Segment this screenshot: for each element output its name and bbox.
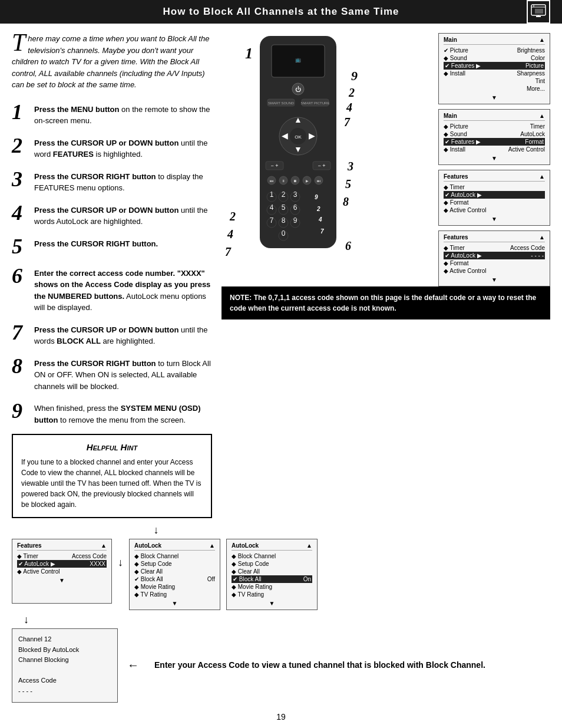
arrow-spacer	[12, 524, 106, 536]
menu-row: ◆ Active Control	[444, 206, 545, 214]
step-number-8: 8	[12, 355, 28, 377]
bottom-screen-autolock-on: AutoLock▲ ◆ Block Channel ◆ Setup Code ◆…	[226, 539, 318, 610]
hint-title: Helpful Hint	[21, 442, 203, 452]
svg-text:⏸: ⏸	[282, 179, 285, 183]
step-2: 2 Press the CURSOR UP or DOWN button unt…	[12, 135, 212, 160]
note-box: NOTE: The 0,7,1,1 access code shown on t…	[222, 286, 550, 319]
blocked-channel-screen: Channel 12 Blocked By AutoLock Channel B…	[12, 628, 118, 703]
page-number: 19	[0, 712, 562, 722]
svg-text:3: 3	[293, 190, 297, 199]
svg-text:2: 2	[316, 206, 320, 212]
menu-row: ◆ TV Rating	[232, 591, 312, 598]
menu-screens-right: Main▲ ✔ PictureBrightness ◆ SoundColor ✔…	[438, 33, 550, 286]
arrow-to-blocked: ↓	[24, 614, 550, 626]
menu-row: ◆ Block Channel	[232, 552, 312, 560]
blocked-line3: Channel Blocking	[18, 655, 111, 666]
step-number-2: 2	[12, 135, 28, 156]
svg-text:⏻: ⏻	[295, 86, 301, 93]
remote-area: 📺 ⏻ SMART SOUND SMART PICTURE ▲ ▼ ◀ ▶	[222, 33, 550, 281]
bottom-screen-xxxx: Features▲ ◆ TimerAccess Code ✔ AutoLock …	[12, 539, 112, 604]
note-text: NOTE: The 0,7,1,1 access code shown on t…	[230, 294, 536, 312]
hint-box: Helpful Hint If you tune to a blocked ch…	[12, 434, 212, 518]
bottom-screens-row: Features▲ ◆ TimerAccess Code ✔ AutoLock …	[12, 539, 550, 610]
svg-text:◀: ◀	[282, 131, 288, 140]
blocked-code: - - - -	[18, 686, 111, 697]
page-header: How to Block All Channels at the Same Ti…	[0, 0, 562, 24]
menu-row-highlighted: ✔ Block AllOn	[232, 575, 312, 583]
step-number-5: 5	[12, 236, 28, 257]
step-text-4: Press the CURSOR UP or DOWN button until…	[34, 202, 212, 228]
intro-text: T here may come a time when you want to …	[12, 33, 212, 91]
menu-screen-4: Features▲ ◆ TimerAccess Code ✔ AutoLock …	[438, 230, 550, 286]
step-indicator-9: 9	[351, 68, 358, 84]
menu-row: ◆ Block Channel	[134, 552, 215, 560]
step-4: 4 Press the CURSOR UP or DOWN button unt…	[12, 202, 212, 228]
left-arrow: ←	[127, 658, 139, 672]
menu-row: ✔ Block AllOff	[134, 575, 215, 583]
bottom-screen-xxxx-title: Features▲	[17, 542, 107, 551]
svg-text:📺: 📺	[295, 57, 301, 62]
step-indicator-4a: 4	[346, 101, 352, 114]
step-7: 7 Press the CURSOR UP or DOWN button unt…	[12, 322, 212, 347]
menu-row: ◆ Movie Rating	[232, 583, 312, 591]
menu-row: ◆ Active Control	[17, 568, 107, 575]
blocked-screen-content: Channel 12 Blocked By AutoLock Channel B…	[17, 632, 113, 699]
arrow-col: ↓	[118, 539, 123, 569]
menu-row: ◆ Setup Code	[232, 560, 312, 568]
menu-row-highlighted: ✔ Features ▶Format	[444, 138, 545, 146]
blocked-line1: Channel 12	[18, 634, 111, 645]
menu-row: ◆ TV Rating	[134, 591, 215, 598]
svg-rect-3	[535, 9, 543, 14]
menu-row: ◆ TimerAccess Code	[444, 244, 545, 252]
svg-text:⏮: ⏮	[270, 179, 273, 183]
step-indicator-5: 5	[345, 177, 351, 191]
svg-text:7: 7	[320, 228, 324, 235]
svg-text:OK: OK	[295, 134, 302, 140]
step-number-4: 4	[12, 202, 28, 223]
menu-row: ◆ SoundColor	[444, 54, 545, 62]
step-indicator-2a: 2	[349, 86, 355, 100]
menu-row: More...	[444, 85, 545, 93]
autolock-off-title: AutoLock▲	[134, 542, 215, 551]
step-8: 8 Press the CURSOR RIGHT button to turn …	[12, 355, 212, 393]
menu-row-highlighted: ✔ AutoLock ▶XXXX	[17, 560, 107, 568]
svg-text:▲: ▲	[294, 115, 302, 124]
remote-illustration: 📺 ⏻ SMART SOUND SMART PICTURE ▲ ▼ ◀ ▶	[251, 33, 381, 269]
svg-text:5: 5	[282, 203, 286, 212]
step-indicator-3: 3	[348, 160, 353, 173]
svg-text:⏭: ⏭	[317, 179, 320, 183]
menu-row: ◆ Clear All	[134, 568, 215, 575]
svg-text:9: 9	[293, 216, 297, 225]
svg-text:SMART PICTURE: SMART PICTURE	[301, 101, 330, 105]
menu-row-highlighted: ✔ Features ▶Picture	[444, 62, 545, 70]
menu-row: ◆ Clear All	[232, 568, 312, 575]
svg-text:−  +: − +	[270, 163, 278, 169]
svg-text:7: 7	[270, 216, 274, 225]
menu-row-highlighted: ✔ AutoLock ▶- - - -	[444, 252, 545, 259]
step-indicator-6: 6	[345, 239, 351, 253]
menu-bottom-arrow: ▼	[232, 600, 312, 607]
menu-bottom-arrow: ▼	[444, 155, 545, 162]
step-number-1: 1	[12, 101, 28, 123]
step-text-3: Press the CURSOR RIGHT button to display…	[34, 169, 212, 194]
bottom-screen-autolock-off: AutoLock▲ ◆ Block Channel ◆ Setup Code ◆…	[129, 539, 220, 610]
down-arrow-2: ↓	[118, 556, 123, 569]
down-arrow-1: ↓	[112, 524, 200, 536]
header-icon	[527, 0, 550, 24]
menu-row: ◆ InstallSharpness	[444, 70, 545, 77]
svg-text:▶: ▶	[309, 131, 315, 140]
step-text-6: Enter the correct access code number. "X…	[34, 265, 212, 314]
menu-screen-2-title: Main▲	[444, 113, 545, 121]
drop-cap: T	[12, 33, 25, 53]
svg-text:−  +: − +	[318, 163, 325, 169]
menu-screen-1-title: Main▲	[444, 37, 545, 45]
menu-row: ◆ Movie Rating	[134, 583, 215, 591]
menu-row: ◆ Setup Code	[134, 560, 215, 568]
blocked-label: Access Code	[18, 676, 111, 686]
step-number-6: 6	[12, 265, 28, 286]
svg-text:9: 9	[315, 194, 318, 200]
step-indicator-8: 8	[343, 195, 349, 209]
steps-list: 1 Press the MENU button on the remote to…	[12, 101, 212, 426]
intro-body: here may come a time when you want to Bl…	[12, 34, 209, 89]
step-6: 6 Enter the correct access code number. …	[12, 265, 212, 314]
